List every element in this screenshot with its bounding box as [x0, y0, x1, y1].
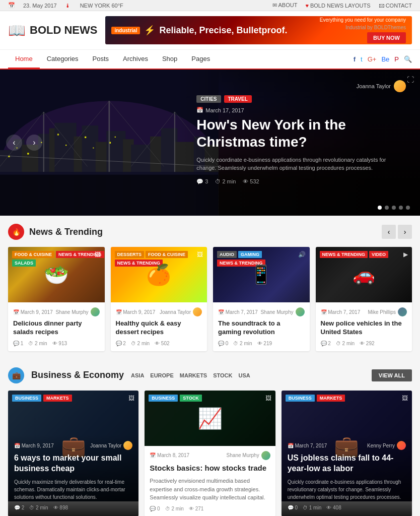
card-4-views: 👁 292 — [360, 341, 374, 346]
contact-link[interactable]: 🖂 CONTACT — [379, 3, 412, 9]
pinterest-link[interactable]: P — [394, 55, 399, 63]
card-3-title[interactable]: The soundtrack to a gaming revolution — [218, 319, 305, 337]
google-link[interactable]: G+ — [368, 55, 377, 63]
nav-shop[interactable]: Shop — [155, 50, 184, 69]
section-header: 🔥 News & Trending ‹ › — [8, 224, 412, 240]
section-next-button[interactable]: › — [398, 225, 412, 239]
hero-dot-1[interactable] — [378, 206, 382, 210]
hero-overlay: Joanna Taylor CITIES TRAVEL 📅 March 17, … — [176, 70, 420, 216]
bcard-3-avatar — [397, 441, 406, 450]
card-1-meta: 📅 March 9, 2017 Shane Murphy — [13, 307, 100, 316]
hero-prev-button[interactable]: ‹ — [6, 135, 22, 151]
card-2-date: 📅 March 9, 2017 — [116, 309, 156, 315]
heart-icon: ♥ — [305, 3, 309, 9]
hero-next-button[interactable]: › — [26, 135, 42, 151]
facebook-link[interactable]: f — [354, 55, 356, 63]
bcard-2-comments: 💬 0 — [150, 506, 160, 511]
nav-home[interactable]: Home — [8, 50, 40, 69]
nav-pages[interactable]: Pages — [184, 50, 217, 69]
card-4-title[interactable]: New police vehicles in the United States — [321, 319, 407, 337]
banner-subtitle: Everything you need for your company — [320, 17, 406, 23]
main-nav: Home Categories Posts Archives Shop Page… — [0, 50, 420, 70]
business-card-3: BUSINESS MARKETS 🖼 📅 March 7, 2017 Kenny… — [282, 391, 412, 516]
bcard-2-footer: 💬 0 ⏱ 2 min 👁 271 — [150, 506, 270, 511]
filter-markets[interactable]: MARKETS — [180, 372, 207, 378]
filter-usa[interactable]: USA — [239, 372, 250, 378]
clock-icon: ⏱ — [215, 178, 221, 184]
bcard-1-views: 👁 898 — [53, 505, 68, 510]
bcard-1-title[interactable]: 6 ways to market your small business che… — [14, 453, 132, 474]
bcard-1-tags: BUSINESS MARKETS — [12, 395, 72, 402]
card-3-thumbnail: AUDIO GAMING NEWS & TRENDING 🔊 — [213, 247, 310, 302]
bcard-3-author-name: Kenny Perry — [367, 443, 395, 448]
fullscreen-icon[interactable]: ⛶ — [407, 76, 414, 84]
view-all-button[interactable]: VIEW ALL — [372, 369, 412, 381]
card-1-views: 👁 913 — [52, 341, 67, 346]
about-link[interactable]: ✉ ABOUT — [272, 2, 297, 9]
buy-now-button[interactable]: BUY NOW — [367, 32, 406, 43]
hero-date: 📅 March 17, 2017 — [196, 107, 406, 113]
card-2-author-name: Joanna Taylor — [160, 309, 191, 315]
card-4-date: 📅 March 7, 2017 — [321, 309, 361, 315]
bcard-2-author-name: Shane Murphy — [227, 453, 259, 458]
bcard-2-title[interactable]: Stocks basics: how stocks trade — [150, 463, 270, 473]
card-3-author: Shane Murphy — [260, 307, 304, 316]
card-4-read: ⏱ 2 min — [336, 341, 355, 346]
card-tag-news3: NEWS & TRENDING — [217, 260, 265, 267]
bcard-tag-markets2: MARKETS — [317, 395, 345, 402]
logo[interactable]: 📖 BOLD NEWS — [8, 22, 97, 39]
bcard-3-title[interactable]: US jobless claims fall to 44-year-low as… — [288, 453, 406, 474]
search-icon[interactable]: 🔍 — [404, 55, 412, 63]
bcard-3-date: 📅 March 7, 2017 — [288, 443, 327, 448]
contact-icon: 🖂 — [379, 3, 384, 9]
hero-dot-5[interactable] — [406, 206, 410, 210]
hero-author-name: Joanna Taylor — [357, 83, 391, 89]
eye-icon: 👁 — [243, 178, 248, 184]
card-3-author-name: Shane Murphy — [260, 309, 293, 315]
top-bar-left: 📅 23. May 2017 🌡 NEW YORK 60°F — [8, 2, 123, 9]
twitter-link[interactable]: t — [361, 55, 363, 63]
bcard-3-meta: 📅 March 7, 2017 Kenny Perry — [288, 441, 406, 450]
card-tag-news4: NEWS & TRENDING — [320, 251, 368, 258]
bcard-1-desc: Quickly maximize timely deliverables for… — [14, 478, 132, 501]
card-1-thumbnail: FOOD & CUISINE NEWS & TRENDING SALADS 🖼 — [8, 247, 105, 302]
comment-icon: 💬 — [196, 178, 203, 185]
news-card-3: AUDIO GAMING NEWS & TRENDING 🔊 📅 March 7… — [213, 247, 310, 351]
hero-read-time: ⏱ 2 min — [215, 178, 236, 185]
svg-rect-24 — [65, 145, 66, 146]
trending-icon: 🔥 — [8, 224, 24, 240]
bcard-1-date: 📅 March 9, 2017 — [14, 443, 54, 448]
filter-europe[interactable]: EUROPE — [150, 372, 173, 378]
bcard-2-body: 📅 March 8, 2017 Shane Murphy Stocks basi… — [145, 446, 275, 516]
nav-categories[interactable]: Categories — [40, 50, 86, 69]
card-3-date: 📅 March 7, 2017 — [218, 309, 258, 315]
bcard-1-meta: 📅 March 9, 2017 Joanna Taylor — [14, 441, 132, 450]
card-1-footer: 💬 1 ⏱ 2 min 👁 913 — [13, 341, 100, 346]
business-filters: ASIA EUROPE MARKETS STOCK USA — [131, 372, 250, 378]
ad-banner: industrial ⚡ Reliable, Precise, Bulletpr… — [105, 16, 412, 44]
card-1-img-icon: 🖼 — [95, 251, 101, 258]
svg-rect-25 — [85, 137, 86, 138]
hero-dot-2[interactable] — [385, 206, 389, 210]
behance-link[interactable]: Be — [381, 55, 389, 63]
hero-dot-3[interactable] — [392, 206, 396, 210]
card-1-title[interactable]: Delicious dinner party salads recipes — [13, 319, 100, 337]
card-2-title[interactable]: Healthy quick & easy dessert recipes — [116, 319, 202, 337]
bold-layouts-link[interactable]: ♥ BOLD NEWS LAYOUTS — [305, 3, 370, 9]
top-bar-right: ✉ ABOUT ♥ BOLD NEWS LAYOUTS 🖂 CONTACT — [272, 2, 412, 9]
filter-asia[interactable]: ASIA — [131, 372, 144, 378]
filter-stock[interactable]: STOCK — [213, 372, 232, 378]
nav-posts[interactable]: Posts — [86, 50, 116, 69]
hero-author: Joanna Taylor — [196, 80, 406, 92]
section-prev-button[interactable]: ‹ — [382, 225, 396, 239]
banner-tag: industrial — [111, 27, 140, 34]
bcard-2-avatar — [261, 451, 270, 460]
header: 📖 BOLD NEWS industrial ⚡ Reliable, Preci… — [0, 11, 420, 50]
nav-archives[interactable]: Archives — [116, 50, 155, 69]
bcard-2-read: ⏱ 2 min — [165, 506, 184, 511]
card-3-comments: 💬 0 — [218, 341, 228, 346]
business-card-1: BUSINESS MARKETS 🖼 📅 March 9, 2017 Joann… — [8, 391, 138, 516]
card-4-tags: NEWS & TRENDING VIDEO — [320, 251, 389, 258]
business-icon: 💼 — [8, 367, 24, 383]
hero-dot-4[interactable] — [399, 206, 403, 210]
